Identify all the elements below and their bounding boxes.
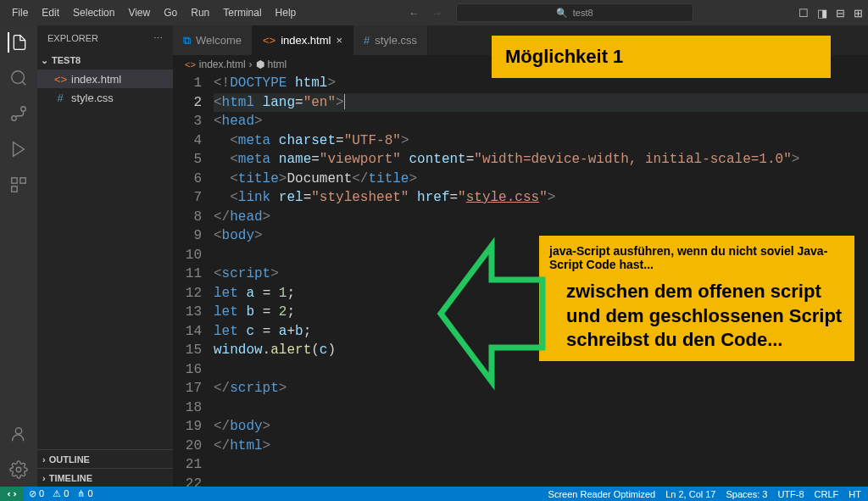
status-item[interactable]: HT — [849, 489, 861, 499]
settings-gear-icon[interactable] — [8, 459, 29, 480]
toggle-panel-icon[interactable]: ☐ — [798, 7, 809, 19]
search-activitybar-icon[interactable] — [8, 68, 29, 88]
status-item[interactable]: Screen Reader Optimized — [548, 489, 656, 499]
forward-arrow-icon[interactable]: → — [431, 7, 442, 19]
status-item[interactable]: Ln 2, Col 17 — [665, 489, 715, 499]
remote-indicator[interactable] — [0, 487, 24, 501]
svg-rect-6 — [20, 178, 25, 183]
folder-header[interactable]: ⌄ TEST8 — [37, 51, 173, 70]
annotation-title: Möglichkeit 1 — [492, 36, 831, 78]
search-text: test8 — [573, 8, 593, 18]
tag-icon: ⬢ — [256, 58, 264, 70]
menu-edit[interactable]: Edit — [35, 3, 66, 22]
chevron-down-icon: ⌄ — [41, 55, 48, 66]
svg-rect-5 — [12, 178, 17, 183]
file-name: index.html — [71, 73, 121, 86]
menu-run[interactable]: Run — [184, 3, 216, 22]
panel-timeline[interactable]: ›TIMELINE — [37, 468, 173, 487]
extensions-icon[interactable] — [8, 175, 29, 195]
file-type-icon: # — [54, 92, 66, 104]
svg-point-3 — [12, 116, 17, 121]
status-item[interactable]: Spaces: 3 — [726, 489, 768, 499]
html-file-icon: <> — [185, 59, 196, 70]
toggle-bottom-icon[interactable]: ⊟ — [836, 7, 845, 19]
svg-point-9 — [16, 467, 21, 472]
tab-label: index.html — [281, 34, 331, 47]
file-type-icon: # — [364, 34, 370, 47]
breadcrumb-file: index.html — [199, 58, 246, 70]
annotation-small-text: java-Script ausführen, wenn du nicht sov… — [549, 244, 844, 271]
tab-label: Welcome — [196, 34, 242, 47]
command-center[interactable]: 🔍 test8 — [456, 3, 693, 22]
chevron-right-icon: › — [249, 58, 253, 70]
status-item[interactable]: UTF-8 — [777, 489, 804, 499]
chevron-right-icon: › — [42, 454, 46, 465]
file-type-icon: <> — [54, 73, 66, 86]
panel-label: OUTLINE — [49, 454, 90, 465]
menu-file[interactable]: File — [5, 3, 35, 22]
file-type-icon: <> — [263, 34, 275, 47]
tab[interactable]: #style.css — [353, 25, 428, 55]
debug-icon[interactable] — [8, 139, 29, 159]
file-item[interactable]: #style.css — [37, 88, 173, 107]
svg-rect-7 — [12, 186, 17, 192]
source-control-icon[interactable] — [8, 103, 29, 124]
accounts-icon[interactable] — [8, 424, 29, 444]
svg-point-0 — [12, 71, 25, 84]
status-item[interactable]: ⊘ 0 — [29, 488, 44, 499]
annotation-explanation: java-Script ausführen, wenn du nicht sov… — [539, 236, 854, 361]
menu-bar: FileEditSelectionViewGoRunTerminalHelp — [5, 3, 303, 22]
toggle-sidebar-icon[interactable]: ◨ — [817, 7, 827, 19]
tab[interactable]: ⧉Welcome — [173, 25, 253, 55]
panel-label: TIMELINE — [49, 473, 92, 483]
search-icon: 🔍 — [556, 8, 568, 19]
sidebar-header: EXPLORER ⋯ — [37, 25, 173, 51]
file-item[interactable]: <>index.html — [37, 70, 173, 88]
annotation-big-text: zwischen dem offenen script und dem gesc… — [549, 280, 844, 353]
svg-point-8 — [15, 428, 21, 434]
menu-terminal[interactable]: Terminal — [216, 3, 268, 22]
tab[interactable]: <>index.html× — [253, 25, 353, 55]
activity-bar — [0, 25, 37, 487]
titlebar: FileEditSelectionViewGoRunTerminalHelp ←… — [0, 0, 868, 25]
svg-point-2 — [21, 107, 26, 112]
status-item[interactable]: CRLF — [815, 489, 839, 499]
sidebar-title: EXPLORER — [47, 33, 98, 43]
svg-marker-4 — [14, 142, 25, 157]
file-name: style.css — [71, 92, 114, 104]
menu-go[interactable]: Go — [157, 3, 184, 22]
vscode-icon: ⧉ — [183, 34, 191, 47]
explorer-icon[interactable] — [8, 32, 28, 53]
back-arrow-icon[interactable]: ← — [409, 7, 420, 19]
customize-layout-icon[interactable]: ⊞ — [854, 7, 863, 19]
tab-label: style.css — [375, 34, 417, 47]
more-icon[interactable]: ⋯ — [153, 33, 163, 44]
menu-view[interactable]: View — [121, 3, 157, 22]
folder-name: TEST8 — [52, 55, 81, 65]
close-icon[interactable]: × — [336, 34, 342, 47]
menu-selection[interactable]: Selection — [66, 3, 121, 22]
layout-controls: ☐ ◨ ⊟ ⊞ — [798, 7, 863, 19]
svg-line-1 — [22, 81, 25, 85]
sidebar: EXPLORER ⋯ ⌄ TEST8 <>index.html#style.cs… — [37, 25, 173, 487]
status-item[interactable]: ⚠ 0 — [53, 488, 69, 499]
nav-arrows: ← → — [409, 7, 442, 19]
chevron-right-icon: › — [42, 473, 46, 483]
menu-help[interactable]: Help — [269, 3, 303, 22]
line-numbers: 1234567891011121314151617181920212223 — [173, 74, 214, 487]
panel-outline[interactable]: ›OUTLINE — [37, 449, 173, 468]
status-bar: ⊘ 0⚠ 0⋔ 0 Screen Reader OptimizedLn 2, C… — [0, 487, 868, 501]
status-item[interactable]: ⋔ 0 — [77, 488, 92, 499]
breadcrumb-element: html — [268, 58, 287, 70]
